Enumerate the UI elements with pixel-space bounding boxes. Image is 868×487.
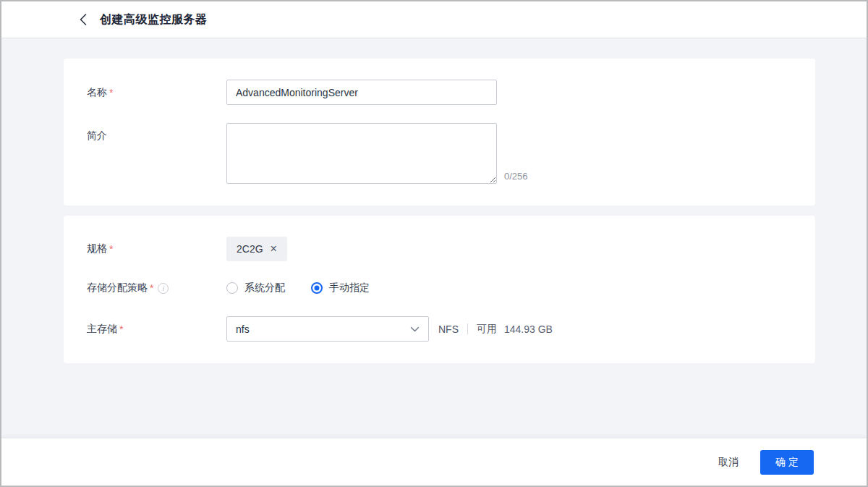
description-wrap: 0/256 — [226, 123, 528, 184]
storage-policy-radio-group: 系统分配 手动指定 — [226, 281, 396, 295]
required-asterisk: * — [109, 87, 113, 98]
config-card: 规格 * 2C2G × 存储分配策略 * i 系统分配 手动 — [64, 216, 815, 363]
required-asterisk: * — [150, 282, 153, 294]
description-row: 简介 0/256 — [87, 123, 792, 184]
storage-policy-row: 存储分配策略 * i 系统分配 手动指定 — [87, 281, 792, 295]
primary-storage-controls: nfs NFS 可用 144.93 GB — [226, 316, 553, 342]
char-counter: 0/256 — [504, 171, 528, 182]
primary-storage-label-text: 主存储 — [87, 323, 117, 336]
radio-label: 系统分配 — [244, 281, 285, 295]
available-value: 144.93 GB — [504, 323, 553, 335]
storage-policy-label: 存储分配策略 * i — [87, 281, 226, 295]
basic-info-card: 名称 * 简介 0/256 — [64, 59, 815, 206]
footer-bar: 取消 确定 — [1, 438, 867, 486]
name-input[interactable] — [226, 80, 497, 105]
name-label-text: 名称 — [87, 86, 107, 99]
page-title: 创建高级监控服务器 — [100, 12, 208, 27]
spec-tag: 2C2G × — [226, 237, 287, 261]
select-value: nfs — [236, 323, 250, 335]
description-textarea[interactable] — [226, 123, 497, 184]
required-asterisk: * — [109, 243, 113, 255]
radio-unchecked-icon — [226, 282, 238, 294]
chevron-down-icon — [410, 326, 420, 332]
description-label: 简介 — [87, 123, 226, 143]
name-label: 名称 * — [87, 86, 226, 99]
storage-policy-label-text: 存储分配策略 — [87, 281, 148, 295]
primary-storage-label: 主存储 * — [87, 323, 226, 336]
radio-system-allocate[interactable]: 系统分配 — [226, 281, 285, 295]
required-asterisk: * — [119, 323, 123, 335]
spec-label: 规格 * — [87, 242, 226, 255]
storage-meta: NFS 可用 144.93 GB — [438, 323, 553, 336]
storage-type-text: NFS — [438, 323, 459, 335]
cancel-button[interactable]: 取消 — [710, 450, 747, 475]
description-label-text: 简介 — [87, 130, 107, 143]
divider — [467, 323, 468, 334]
spec-row: 规格 * 2C2G × — [87, 237, 792, 261]
page-header: 创建高级监控服务器 — [1, 1, 867, 38]
form-body: 名称 * 简介 0/256 规格 * 2C2G × — [1, 38, 867, 438]
back-button[interactable] — [74, 10, 93, 29]
info-icon[interactable]: i — [158, 283, 169, 294]
spec-label-text: 规格 — [87, 242, 107, 255]
radio-checked-icon — [311, 282, 323, 294]
radio-manual-assign[interactable]: 手动指定 — [311, 281, 370, 295]
tag-close-icon[interactable]: × — [271, 243, 277, 255]
radio-label: 手动指定 — [329, 281, 370, 295]
available-label: 可用 — [477, 323, 497, 336]
primary-storage-row: 主存储 * nfs NFS 可用 144.93 GB — [87, 316, 792, 342]
primary-storage-select[interactable]: nfs — [226, 316, 429, 342]
name-row: 名称 * — [87, 80, 792, 105]
chevron-left-icon — [79, 13, 88, 26]
spec-tag-text: 2C2G — [237, 243, 263, 255]
confirm-button[interactable]: 确定 — [760, 450, 814, 475]
